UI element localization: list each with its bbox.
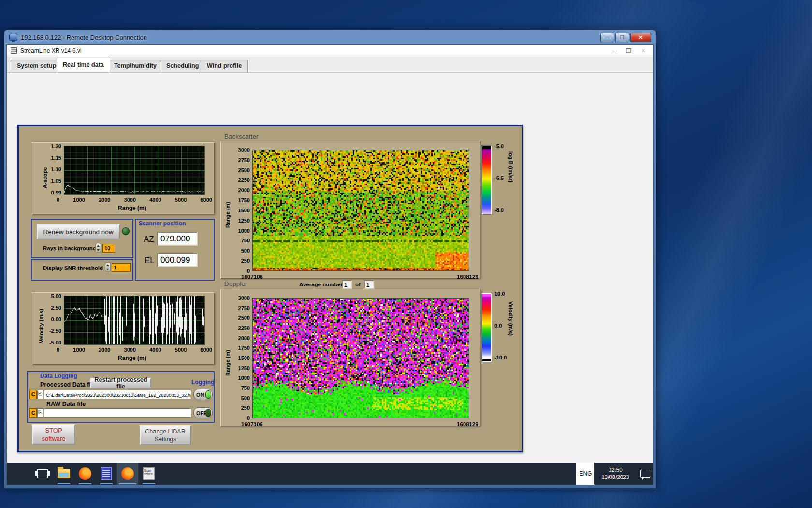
velocity-xtick: 4000 bbox=[149, 347, 161, 353]
rdp-maximize-button[interactable]: ❐ bbox=[615, 33, 629, 42]
rdp-minimize-button[interactable]: — bbox=[600, 33, 614, 42]
tab-system-setup[interactable]: System setup bbox=[11, 60, 62, 72]
processed-drive-select[interactable]: C bbox=[29, 390, 37, 399]
tab-scheduling[interactable]: Scheduling bbox=[160, 60, 205, 72]
velocity-ytick: -5.00 bbox=[49, 340, 61, 345]
document-app-button[interactable] bbox=[96, 463, 117, 485]
ascope-plot-area bbox=[64, 146, 205, 195]
app-minimize-button[interactable]: — bbox=[607, 47, 622, 54]
doppler-xend: 1608129 bbox=[457, 421, 478, 427]
az-label: AZ bbox=[144, 235, 154, 244]
data-logging-title: Data Logging bbox=[40, 373, 77, 379]
raw-browse-icon[interactable]: ⎘ bbox=[37, 408, 44, 418]
backscatter-xend: 1608129 bbox=[457, 274, 478, 280]
app-close-button[interactable]: ✕ bbox=[636, 47, 651, 54]
raw-path-field[interactable] bbox=[44, 408, 191, 418]
doppler-ytick: 2500 bbox=[238, 315, 250, 320]
raw-drive-select[interactable]: C bbox=[29, 408, 37, 418]
firefox-icon bbox=[79, 467, 91, 480]
stop-line1: STOP bbox=[45, 426, 62, 434]
doppler-cbtick: 10.0 bbox=[494, 291, 507, 296]
change-lidar-settings-button[interactable]: Change LiDAR Settings bbox=[140, 425, 191, 445]
rdp-close-button[interactable]: ✕ bbox=[630, 33, 651, 42]
backscatter-plot-area bbox=[252, 150, 469, 271]
backscatter-cbtick: -8.0 bbox=[494, 208, 504, 212]
backscatter-colorbar bbox=[482, 146, 492, 214]
doppler-plot-area bbox=[252, 298, 469, 418]
el-value-field: 000.099 bbox=[157, 253, 198, 267]
doppler-ytick: 2750 bbox=[238, 306, 250, 311]
doppler-ytick: 2000 bbox=[238, 336, 250, 341]
average-number-field[interactable]: 1 bbox=[342, 280, 352, 289]
processed-logging-toggle[interactable]: ON bbox=[193, 389, 213, 400]
remote-desktop: StreamLine XR v14-6.vi — ❐ ✕ System setu… bbox=[6, 44, 654, 485]
task-view-icon bbox=[37, 469, 48, 478]
task-view-button[interactable] bbox=[32, 463, 53, 485]
stop-software-button[interactable]: STOP software bbox=[32, 424, 75, 445]
backscatter-cbtick: -5.0 bbox=[494, 144, 504, 149]
velocity-canvas bbox=[64, 296, 204, 344]
restart-processed-button[interactable]: Restart processed file bbox=[90, 378, 151, 388]
processed-browse-icon[interactable]: ⎘ bbox=[37, 390, 44, 399]
tab-wind-profile[interactable]: Wind profile bbox=[201, 60, 248, 72]
velocity-ytick: 2.50 bbox=[51, 305, 61, 310]
remote-taskbar: Scan sched ENG 02:50 13/08/2023 bbox=[7, 463, 654, 485]
scanner-position-title: Scanner position bbox=[139, 220, 186, 227]
doppler-ytick: 1000 bbox=[238, 375, 250, 380]
rdp-title: 192.168.0.122 - Remote Desktop Connectio… bbox=[21, 34, 147, 41]
doppler-ytick: 1750 bbox=[238, 345, 250, 350]
renew-background-button[interactable]: Renew background now bbox=[37, 224, 120, 239]
doppler-colorbar-ticks: 10.00.0-10.0 bbox=[494, 291, 507, 360]
ascope-xtick: 1000 bbox=[73, 197, 85, 203]
rays-spinner[interactable] bbox=[95, 243, 101, 253]
scan-sched-icon: Scan sched bbox=[143, 467, 155, 480]
renew-led bbox=[122, 227, 130, 235]
average-total-field[interactable]: 1 bbox=[364, 280, 374, 289]
backscatter-ytick: 1750 bbox=[238, 198, 250, 203]
backscatter-xstart: 1607106 bbox=[241, 274, 263, 280]
ascope-ytick: 1.20 bbox=[51, 144, 61, 149]
backscatter-canvas bbox=[253, 150, 469, 270]
snr-value-field[interactable]: 1 bbox=[112, 263, 131, 272]
firefox-active-button[interactable] bbox=[117, 463, 138, 485]
ascope-xtick: 3000 bbox=[124, 197, 136, 203]
app-titlebar[interactable]: StreamLine XR v14-6.vi — ❐ ✕ bbox=[7, 45, 654, 57]
ascope-ytick-labels: 1.201.151.101.050.99 bbox=[46, 144, 61, 195]
rdp-titlebar[interactable]: 192.168.0.122 - Remote Desktop Connectio… bbox=[6, 30, 654, 44]
raw-logging-toggle[interactable]: OFF bbox=[193, 407, 213, 418]
app-restore-button[interactable]: ❐ bbox=[622, 47, 636, 54]
labview-panel: A-scope 1.201.151.101.050.99 01000200030… bbox=[17, 125, 523, 452]
ascope-canvas bbox=[64, 146, 204, 194]
scanner-position-box bbox=[135, 219, 215, 281]
velocity-ytick: 0.00 bbox=[51, 317, 61, 322]
ascope-ytick: 1.15 bbox=[51, 155, 61, 160]
rdp-window: 192.168.0.122 - Remote Desktop Connectio… bbox=[4, 30, 656, 489]
ascope-ytick: 0.99 bbox=[51, 190, 61, 195]
settings-line2: Settings bbox=[154, 435, 176, 443]
settings-line1: Change LiDAR bbox=[145, 428, 185, 435]
tab-real-time-data[interactable]: Real time data bbox=[57, 58, 110, 72]
doppler-canvas bbox=[253, 299, 469, 418]
ascope-xtick: 0 bbox=[57, 197, 59, 203]
ascope-ytick: 1.10 bbox=[51, 167, 61, 172]
ascope-ytick: 1.05 bbox=[51, 179, 61, 183]
language-indicator[interactable]: ENG bbox=[576, 463, 594, 485]
taskbar-clock[interactable]: 02:50 13/08/2023 bbox=[594, 466, 636, 481]
file-explorer-button[interactable] bbox=[53, 463, 74, 485]
processed-path-field[interactable]: C:\Lidar\Data\Proc\2023\202308\20230813\… bbox=[44, 390, 191, 399]
doppler-cbtick: 0.0 bbox=[494, 323, 507, 328]
firefox-button[interactable] bbox=[74, 463, 96, 485]
notification-center-button[interactable] bbox=[636, 463, 654, 485]
velocity-xtick: 0 bbox=[57, 347, 59, 353]
doppler-title: Doppler bbox=[224, 280, 247, 287]
doppler-ytick-labels: 3000275025002250200017501500125010007505… bbox=[234, 296, 250, 420]
velocity-ytick-labels: 5.002.500.00-2.50-5.00 bbox=[44, 294, 61, 345]
stop-line2: software bbox=[42, 434, 65, 443]
snr-spinner[interactable] bbox=[105, 262, 111, 272]
rays-value-field[interactable]: 10 bbox=[102, 244, 115, 253]
scan-sched-button[interactable]: Scan sched bbox=[138, 463, 160, 485]
tab-temp-humidity[interactable]: Temp/humidity bbox=[108, 60, 163, 72]
backscatter-ytick: 2000 bbox=[238, 188, 250, 193]
velocity-ytick: 5.00 bbox=[51, 294, 61, 299]
velocity-ylabel: Velocity (m/s) bbox=[38, 299, 44, 343]
